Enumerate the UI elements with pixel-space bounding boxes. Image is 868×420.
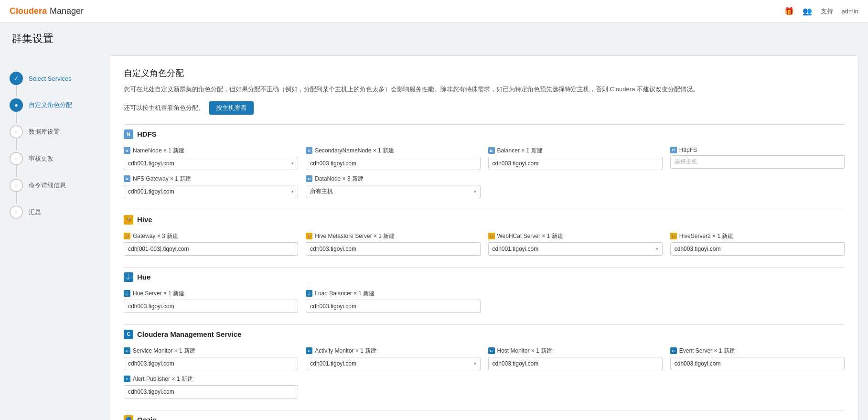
step-circle-2: ● (10, 98, 23, 112)
service-header-hue: ⚓ Hue (124, 267, 845, 286)
secondary-namenode-icon: S (306, 147, 312, 154)
step-circle-4: ○ (10, 152, 23, 165)
balancer-select[interactable]: cdh003.tigoyi.com (488, 157, 663, 170)
host-monitor-label: C Host Monitor × 1 新建 (488, 347, 663, 355)
httpfs-icon: H (670, 147, 677, 153)
role-activity-monitor: C Activity Monitor × 1 新建 cdh001.tigoyi.… (306, 347, 480, 370)
host-view-label: 还可以按主机查看角色分配。 (124, 104, 204, 112)
namenode-select[interactable]: cdh001.tigoyi.com▾ (124, 157, 298, 170)
webhcat-select[interactable]: cdh001.tigoyi.com▾ (488, 242, 663, 256)
hiveserver2-icon: 🐝 (670, 233, 677, 239)
step-label-6: 汇总 (29, 208, 41, 216)
service-section-hdfs: N HDFS N NameNode × 1 新建 cdh001.tigoyi.c… (124, 124, 845, 198)
content-panel: 自定义角色分配 您可在此处自定义新群集的角色分配，但如果分配不正确（例如，分配到… (110, 55, 858, 420)
hue-roles-row1: ⚓ Hue Server × 1 新建 cdh003.tigoyi.com ⚓ … (124, 290, 845, 313)
hiveserver2-select[interactable]: cdh003.tigoyi.com (670, 242, 845, 256)
webhcat-icon: 🐝 (488, 233, 495, 239)
httpfs-label: H HttpFS (670, 147, 845, 153)
activity-monitor-label: C Activity Monitor × 1 新建 (306, 347, 480, 355)
hue-service-name: Hue (137, 273, 150, 281)
role-service-monitor: C Service Monitor × 1 新建 cdh003.tigoyi.c… (124, 347, 298, 370)
event-server-icon: C (670, 347, 677, 354)
nfs-gateway-label: N NFS Gateway × 1 新建 (124, 175, 298, 183)
logo: Cloudera Manager (10, 6, 84, 16)
role-hive-metastore: 🐝 Hive Metastore Server × 1 新建 cdh003.ti… (306, 232, 480, 256)
step-summary[interactable]: ○ 汇总 (10, 199, 110, 226)
role-webhcat: 🐝 WebHCat Server × 1 新建 cdh001.tigoyi.co… (488, 232, 663, 256)
content-description: 您可在此处自定义新群集的角色分配，但如果分配不正确（例如，分配到某个主机上的角色… (124, 85, 845, 95)
service-header-cms: C Cloudera Management Service (124, 324, 845, 343)
hue-server-icon: ⚓ (124, 290, 130, 297)
step-command-details[interactable]: ○ 命令详细信息 (10, 172, 110, 199)
oozie-service-icon: 🔵 (124, 415, 133, 420)
secondary-namenode-select[interactable]: cdh003.tigoyi.com (306, 157, 480, 170)
step-select-services[interactable]: ✓ Select Services (10, 65, 110, 92)
gateway-select[interactable]: cdh[001-003].tigoyi.com (124, 242, 298, 256)
host-monitor-icon: C (488, 347, 495, 354)
role-namenode: N NameNode × 1 新建 cdh001.tigoyi.com▾ (124, 147, 298, 170)
brand-name: Cloudera (10, 6, 47, 16)
step-circle-3: ○ (10, 125, 23, 139)
hiveserver2-label: 🐝 HiveServer2 × 1 新建 (670, 232, 845, 240)
role-nfs-gateway: N NFS Gateway × 1 新建 cdh001.tigoyi.com▾ (124, 175, 298, 198)
event-server-label: C Event Server × 1 新建 (670, 347, 845, 355)
hdfs-service-icon: N (124, 129, 133, 139)
role-host-monitor: C Host Monitor × 1 新建 cdh003.tigoyi.com (488, 347, 663, 370)
main-layout: ✓ Select Services ● 自定义角色分配 ○ 数据库设置 ○ 审核… (0, 51, 868, 420)
step-label-1: Select Services (29, 75, 72, 82)
alert-publisher-icon: C (124, 376, 130, 382)
cms-service-icon: C (124, 330, 133, 339)
hdfs-roles-row1: N NameNode × 1 新建 cdh001.tigoyi.com▾ S S… (124, 147, 845, 170)
role-balancer: B Balancer × 1 新建 cdh003.tigoyi.com (488, 147, 663, 170)
support-link[interactable]: 支持 (821, 7, 833, 16)
load-balancer-select[interactable]: cdh003.tigoyi.com (306, 300, 480, 313)
hue-service-icon: ⚓ (124, 272, 133, 282)
manager-label: Manager (50, 6, 84, 16)
step-database-settings[interactable]: ○ 数据库设置 (10, 118, 110, 145)
hive-roles-row1: 🐝 Gateway × 3 新建 cdh[001-003].tigoyi.com… (124, 232, 845, 256)
load-balancer-label: ⚓ Load Balancer × 1 新建 (306, 290, 480, 298)
gateway-icon: 🐝 (124, 233, 130, 239)
alert-publisher-select[interactable]: cdh003.tigoyi.com (124, 385, 298, 398)
activity-monitor-select[interactable]: cdh001.tigoyi.com▾ (306, 357, 480, 370)
role-load-balancer: ⚓ Load Balancer × 1 新建 cdh003.tigoyi.com (306, 290, 480, 313)
view-by-host-button[interactable]: 按主机查看 (209, 101, 254, 115)
nfs-gateway-icon: N (124, 175, 130, 182)
hue-server-label: ⚓ Hue Server × 1 新建 (124, 290, 298, 298)
namenode-icon: N (124, 147, 130, 154)
hive-metastore-select[interactable]: cdh003.tigoyi.com (306, 242, 480, 256)
service-header-hive: 🐝 Hive (124, 210, 845, 228)
hue-server-select[interactable]: cdh003.tigoyi.com (124, 300, 298, 313)
namenode-label: N NameNode × 1 新建 (124, 147, 298, 155)
service-monitor-select[interactable]: cdh003.tigoyi.com (124, 357, 298, 370)
host-monitor-select[interactable]: cdh003.tigoyi.com (488, 357, 663, 370)
event-server-select[interactable]: cdh003.tigoyi.com (670, 357, 845, 370)
activity-monitor-icon: C (306, 347, 312, 354)
user-menu[interactable]: admin (842, 8, 858, 15)
datanode-select[interactable]: 所有主机▾ (306, 185, 480, 198)
hdfs-service-name: HDFS (137, 130, 157, 138)
step-label-5: 命令详细信息 (29, 181, 66, 190)
user-group-icon[interactable]: 👥 (803, 7, 812, 16)
service-header-oozie: 🔵 Oozie (124, 410, 845, 420)
hive-metastore-label: 🐝 Hive Metastore Server × 1 新建 (306, 232, 480, 240)
step-customize-roles[interactable]: ● 自定义角色分配 (10, 92, 110, 118)
step-review-changes[interactable]: ○ 审核更改 (10, 145, 110, 172)
nfs-gateway-select[interactable]: cdh001.tigoyi.com▾ (124, 185, 298, 198)
webhcat-label: 🐝 WebHCat Server × 1 新建 (488, 232, 663, 240)
role-datanode: D DataNode × 3 新建 所有主机▾ (306, 175, 480, 198)
role-gateway: 🐝 Gateway × 3 新建 cdh[001-003].tigoyi.com (124, 232, 298, 256)
cms-roles-row2: C Alert Publisher × 1 新建 cdh003.tigoyi.c… (124, 375, 845, 398)
page-title: 群集设置 (0, 23, 868, 51)
role-alert-publisher: C Alert Publisher × 1 新建 cdh003.tigoyi.c… (124, 375, 298, 398)
service-header-hdfs: N HDFS (124, 124, 845, 143)
load-balancer-icon: ⚓ (306, 290, 312, 297)
host-view-row: 还可以按主机查看角色分配。 按主机查看 (124, 101, 845, 115)
httpfs-select[interactable]: 选择主机 (670, 155, 845, 169)
role-secondary-namenode: S SecondaryNameNode × 1 新建 cdh003.tigoyi… (306, 147, 480, 170)
step-circle-6: ○ (10, 205, 23, 219)
cms-service-name: Cloudera Management Service (137, 330, 241, 338)
hive-service-name: Hive (137, 215, 152, 224)
service-section-hive: 🐝 Hive 🐝 Gateway × 3 新建 cdh[001-003].tig… (124, 210, 845, 256)
gift-icon[interactable]: 🎁 (784, 7, 794, 16)
